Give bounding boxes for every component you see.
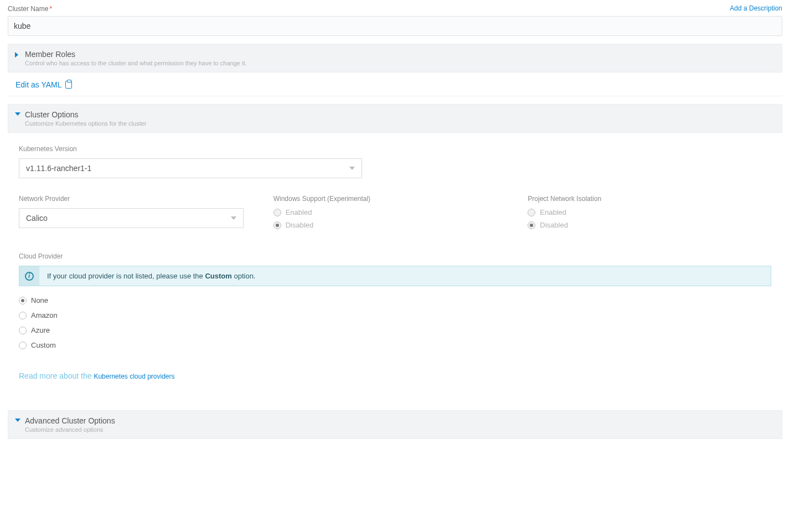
- info-icon: [25, 272, 34, 281]
- network-provider-label: Network Provider: [19, 195, 262, 203]
- cluster-options-header[interactable]: Cluster Options Customize Kubernetes opt…: [8, 104, 782, 133]
- cluster-options-title: Cluster Options: [25, 110, 147, 119]
- cluster-options-body: Kubernetes Version v1.11.6-rancher1-1 Ne…: [8, 133, 782, 402]
- radio-icon: [19, 297, 27, 304]
- k8s-version-value: v1.11.6-rancher1-1: [26, 164, 91, 173]
- radio-icon: [19, 312, 27, 319]
- radio-icon: [19, 342, 27, 349]
- windows-enabled-radio: Enabled: [273, 208, 517, 216]
- member-roles-subtitle: Control who has access to the cluster an…: [25, 60, 247, 66]
- cluster-options-subtitle: Customize Kubernetes options for the clu…: [25, 120, 147, 127]
- cluster-name-input[interactable]: [8, 16, 782, 36]
- k8s-version-select[interactable]: v1.11.6-rancher1-1: [19, 158, 362, 178]
- edit-as-yaml-link[interactable]: Edit as YAML: [8, 80, 72, 89]
- required-asterisk: *: [49, 4, 52, 13]
- network-provider-select[interactable]: Calico: [19, 208, 244, 228]
- cloud-custom-radio[interactable]: Custom: [19, 341, 771, 349]
- windows-support-label: Windows Support (Experimental): [273, 195, 517, 203]
- cloud-provider-info-banner: If your cloud provider is not listed, pl…: [19, 266, 771, 286]
- advanced-options-header[interactable]: Advanced Cluster Options Customize advan…: [8, 410, 782, 439]
- radio-icon: [528, 221, 535, 229]
- windows-disabled-label: Disabled: [286, 221, 314, 229]
- cluster-name-label: Cluster Name: [8, 5, 48, 13]
- kubernetes-cloud-providers-link[interactable]: Kubernetes cloud providers: [94, 373, 174, 380]
- cloud-none-radio[interactable]: None: [19, 296, 771, 304]
- advanced-options-subtitle: Customize advanced options: [25, 426, 115, 433]
- network-provider-value: Calico: [26, 214, 48, 223]
- caret-down-icon: [15, 112, 20, 116]
- add-description-link[interactable]: Add a Description: [730, 4, 782, 12]
- radio-icon: [273, 209, 281, 216]
- k8s-version-label: Kubernetes Version: [19, 145, 771, 153]
- cloud-custom-label: Custom: [31, 341, 56, 349]
- radio-icon: [528, 209, 535, 216]
- cloud-provider-info-text: If your cloud provider is not listed, pl…: [39, 266, 263, 286]
- cloud-amazon-radio[interactable]: Amazon: [19, 311, 771, 319]
- chevron-down-icon: [349, 167, 355, 170]
- cloud-provider-label: Cloud Provider: [19, 252, 771, 260]
- isolation-enabled-label: Enabled: [540, 208, 566, 216]
- chevron-down-icon: [231, 216, 236, 220]
- caret-right-icon: [15, 52, 18, 58]
- advanced-options-title: Advanced Cluster Options: [25, 416, 115, 425]
- member-roles-header[interactable]: Member Roles Control who has access to t…: [8, 44, 782, 73]
- windows-disabled-radio: Disabled: [273, 221, 517, 229]
- project-isolation-label: Project Network Isolation: [528, 195, 771, 203]
- radio-icon: [19, 327, 27, 334]
- radio-icon: [273, 221, 281, 229]
- caret-down-icon: [15, 419, 20, 422]
- readmore-prefix: Read more about the: [19, 371, 94, 380]
- member-roles-title: Member Roles: [25, 50, 247, 59]
- cloud-none-label: None: [31, 296, 48, 304]
- isolation-disabled-radio: Disabled: [528, 221, 771, 229]
- isolation-disabled-label: Disabled: [540, 221, 568, 229]
- cloud-azure-label: Azure: [31, 326, 50, 334]
- cloud-amazon-label: Amazon: [31, 311, 58, 319]
- clipboard-icon: [65, 81, 72, 89]
- windows-enabled-label: Enabled: [286, 208, 312, 216]
- cloud-azure-radio[interactable]: Azure: [19, 326, 771, 334]
- isolation-enabled-radio: Enabled: [528, 208, 771, 216]
- edit-as-yaml-label: Edit as YAML: [16, 80, 62, 89]
